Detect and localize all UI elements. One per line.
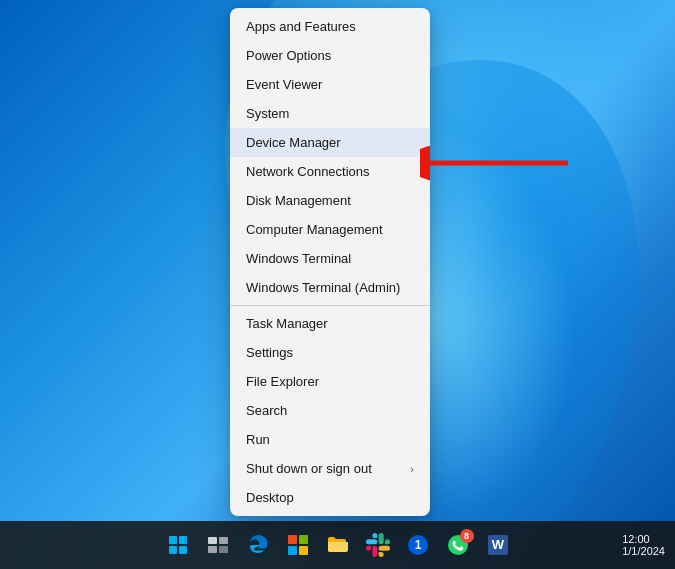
menu-item-apps-features[interactable]: Apps and Features (230, 12, 430, 41)
menu-item-settings[interactable]: Settings (230, 338, 430, 367)
submenu-arrow-icon: › (410, 463, 414, 475)
menu-item-search[interactable]: Search (230, 396, 430, 425)
menu-item-task-manager[interactable]: Task Manager (230, 309, 430, 338)
svg-rect-6 (208, 537, 217, 544)
menu-item-device-manager[interactable]: Device Manager (230, 128, 430, 157)
menu-item-computer-management[interactable]: Computer Management (230, 215, 430, 244)
menu-item-event-viewer[interactable]: Event Viewer (230, 70, 430, 99)
svg-text:W: W (491, 537, 504, 552)
menu-item-file-explorer[interactable]: File Explorer (230, 367, 430, 396)
taskbar: 1 8 W 12:001/1/2024 (0, 521, 675, 569)
file-explorer-icon[interactable] (320, 527, 356, 563)
svg-rect-13 (299, 546, 308, 555)
svg-text:1: 1 (414, 538, 421, 552)
menu-item-windows-terminal-admin[interactable]: Windows Terminal (Admin) (230, 273, 430, 302)
menu-item-run[interactable]: Run (230, 425, 430, 454)
taskbar-center: 1 8 W (160, 527, 516, 563)
whatsapp-badge: 8 (460, 529, 474, 543)
menu-item-windows-terminal[interactable]: Windows Terminal (230, 244, 430, 273)
svg-rect-12 (288, 546, 297, 555)
svg-rect-4 (169, 546, 177, 554)
svg-rect-8 (208, 546, 217, 553)
word-icon[interactable]: W (480, 527, 516, 563)
svg-rect-9 (219, 546, 228, 553)
system-time: 12:001/1/2024 (622, 533, 665, 557)
red-arrow (420, 143, 570, 187)
edge-icon[interactable] (240, 527, 276, 563)
svg-rect-11 (299, 535, 308, 544)
1password-icon[interactable]: 1 (400, 527, 436, 563)
menu-item-desktop[interactable]: Desktop (230, 483, 430, 512)
desktop: Apps and Features Power Options Event Vi… (0, 0, 675, 569)
svg-rect-3 (179, 536, 187, 544)
whatsapp-icon[interactable]: 8 (440, 527, 476, 563)
svg-rect-7 (219, 537, 228, 544)
menu-item-disk-management[interactable]: Disk Management (230, 186, 430, 215)
start-button[interactable] (160, 527, 196, 563)
menu-separator-1 (230, 305, 430, 306)
context-menu: Apps and Features Power Options Event Vi… (230, 8, 430, 516)
system-tray: 12:001/1/2024 (622, 533, 665, 557)
menu-item-shut-down[interactable]: Shut down or sign out › (230, 454, 430, 483)
store-icon[interactable] (280, 527, 316, 563)
svg-rect-10 (288, 535, 297, 544)
svg-rect-2 (169, 536, 177, 544)
menu-item-system[interactable]: System (230, 99, 430, 128)
menu-item-network-connections[interactable]: Network Connections (230, 157, 430, 186)
svg-rect-5 (179, 546, 187, 554)
task-view-button[interactable] (200, 527, 236, 563)
menu-item-power-options[interactable]: Power Options (230, 41, 430, 70)
slack-icon[interactable] (360, 527, 396, 563)
